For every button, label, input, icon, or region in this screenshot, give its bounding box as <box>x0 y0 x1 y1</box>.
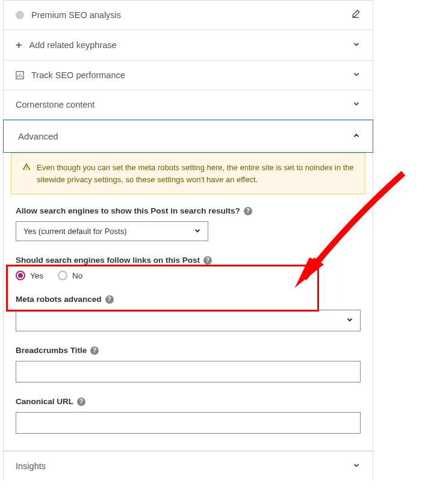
section-label: Add related keyphrase <box>29 40 117 50</box>
meta-robots-select[interactable] <box>16 310 361 331</box>
section-label: Premium SEO analysis <box>31 10 121 20</box>
section-label: Advanced <box>18 131 58 141</box>
warning-notice: Even though you can set the meta robots … <box>11 153 365 194</box>
bottom-sections: Insights <box>4 450 373 481</box>
section-label: Track SEO performance <box>31 70 125 80</box>
chevron-down-icon <box>346 316 354 326</box>
radio-no[interactable]: No <box>58 271 82 280</box>
field-label: Canonical URL ? <box>16 397 361 406</box>
follow-links-field: Should search engines follow links on th… <box>16 256 361 280</box>
section-premium-seo[interactable]: Premium SEO analysis <box>4 0 373 30</box>
section-advanced[interactable]: Advanced <box>3 120 373 153</box>
chevron-up-icon <box>352 131 361 141</box>
seo-panel: Premium SEO analysis + Add related keyph… <box>3 0 373 481</box>
canonical-field: Canonical URL ? <box>16 397 361 434</box>
warning-text: Even though you can set the meta robots … <box>37 162 354 185</box>
breadcrumbs-field: Breadcrumbs Title ? <box>16 346 361 383</box>
chevron-down-icon <box>352 40 361 51</box>
chevron-down-icon <box>352 100 361 110</box>
edit-icon[interactable] <box>350 9 361 21</box>
meta-robots-field: Meta robots advanced ? <box>16 295 361 331</box>
help-icon[interactable]: ? <box>77 398 85 406</box>
chevron-down-icon <box>352 461 361 472</box>
chevron-down-icon <box>193 226 202 236</box>
plus-icon: + <box>16 40 22 51</box>
help-icon[interactable]: ? <box>105 295 114 304</box>
section-label: Cornerstone content <box>16 100 95 109</box>
chart-icon <box>16 71 24 79</box>
radio-yes[interactable]: Yes <box>16 271 43 280</box>
field-label: Allow search engines to show this Post i… <box>16 206 361 215</box>
section-insights[interactable]: Insights <box>4 451 373 481</box>
help-icon[interactable]: ? <box>203 256 212 265</box>
help-icon[interactable]: ? <box>244 207 252 215</box>
breadcrumbs-input[interactable] <box>16 361 361 383</box>
field-label: Should search engines follow links on th… <box>16 256 361 265</box>
canonical-input[interactable] <box>16 412 361 434</box>
chevron-down-icon <box>352 70 361 81</box>
field-label: Meta robots advanced ? <box>16 295 361 304</box>
section-label: Insights <box>16 461 46 471</box>
section-cornerstone[interactable]: Cornerstone content <box>4 90 373 120</box>
field-label: Breadcrumbs Title ? <box>16 346 361 355</box>
follow-links-radios: Yes No <box>16 271 361 280</box>
allow-search-select[interactable]: Yes (current default for Posts) <box>16 221 208 241</box>
allow-search-field: Allow search engines to show this Post i… <box>16 206 361 241</box>
section-track-seo[interactable]: Track SEO performance <box>4 61 373 90</box>
radio-icon <box>16 271 25 280</box>
status-dot-icon <box>16 11 24 19</box>
section-add-keyphrase[interactable]: + Add related keyphrase <box>4 30 373 61</box>
warning-icon <box>22 162 31 174</box>
select-value: Yes (current default for Posts) <box>23 227 127 236</box>
advanced-content: Even though you can set the meta robots … <box>4 153 373 450</box>
help-icon[interactable]: ? <box>90 346 99 355</box>
radio-icon <box>58 271 67 280</box>
